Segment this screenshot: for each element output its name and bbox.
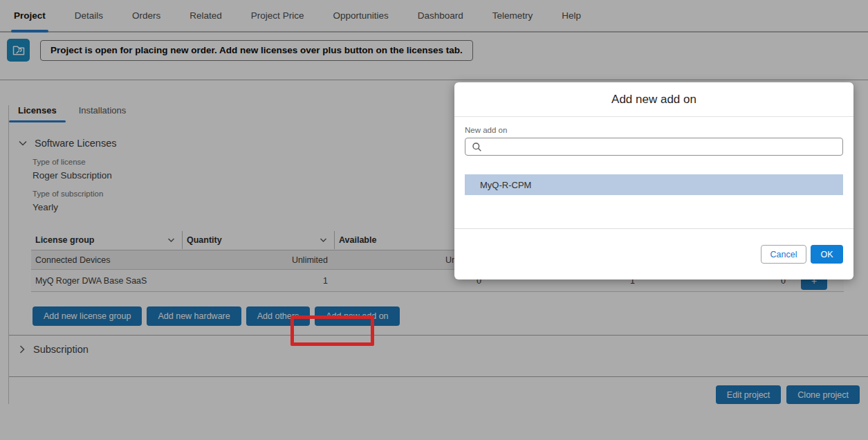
add-new-add-on-dialog: Add new add on New add on MyQ-R-CPM Canc… — [454, 82, 853, 279]
cancel-button[interactable]: Cancel — [761, 245, 806, 264]
new-add-on-label: New add on — [465, 126, 843, 134]
dialog-title: Add new add on — [454, 82, 853, 117]
dialog-footer: Cancel OK — [454, 228, 853, 279]
add-on-search-input[interactable] — [488, 139, 842, 154]
ok-button[interactable]: OK — [811, 245, 843, 264]
add-on-option-list: MyQ-R-CPM — [465, 174, 843, 195]
search-icon — [472, 142, 482, 152]
add-on-search-box — [465, 138, 843, 156]
dialog-body: New add on MyQ-R-CPM — [454, 117, 853, 228]
list-item-myq-r-cpm[interactable]: MyQ-R-CPM — [465, 174, 843, 195]
